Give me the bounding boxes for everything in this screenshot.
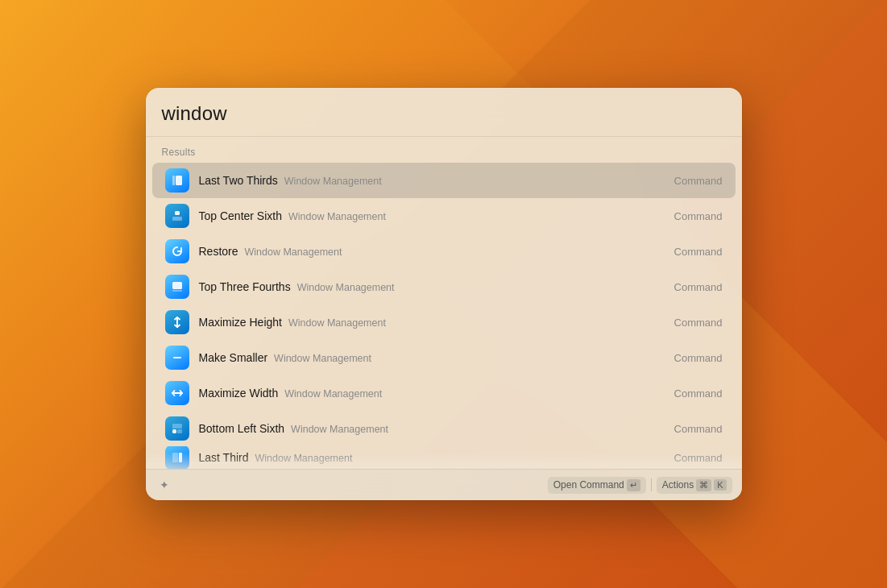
result-name: Maximize Height: [199, 316, 282, 329]
footer: ✦ Open Command ↵ Actions ⌘ K: [146, 469, 742, 500]
list-item[interactable]: Maximize Width Window Management Command: [152, 375, 736, 411]
result-category: Window Management: [245, 246, 342, 258]
result-icon-maximize-width: [165, 381, 189, 405]
svg-rect-5: [172, 290, 182, 292]
result-icon-restore: [165, 239, 189, 263]
result-category: Window Management: [288, 211, 386, 222]
results-label: Results: [146, 143, 742, 163]
result-category: Window Management: [291, 424, 388, 435]
actions-group[interactable]: Actions ⌘ K: [657, 477, 732, 494]
result-name: Maximize Width: [199, 387, 279, 400]
result-icon-top-center-sixth: [165, 204, 189, 228]
result-category: Window Management: [297, 282, 395, 293]
list-item[interactable]: Bottom Left Sixth Window Management Comm…: [152, 411, 736, 446]
result-icon-top-three-fourths: [165, 275, 189, 299]
svg-rect-3: [172, 217, 182, 221]
result-text: Maximize Width Window Management: [199, 387, 674, 400]
result-shortcut: Command: [674, 423, 723, 435]
result-name: Make Smaller: [199, 351, 268, 364]
result-category: Window Management: [255, 453, 353, 464]
result-name: Last Two Thirds: [199, 174, 278, 187]
result-shortcut: Command: [674, 452, 723, 464]
svg-rect-0: [176, 176, 182, 185]
svg-rect-6: [173, 357, 181, 358]
result-icon-last-two-thirds: [165, 168, 189, 193]
cmd-key: ⌘: [696, 479, 711, 491]
svg-rect-1: [172, 176, 175, 185]
svg-rect-9: [177, 429, 182, 433]
list-item[interactable]: Top Three Fourths Window Management Comm…: [152, 269, 736, 304]
k-key: K: [714, 479, 726, 491]
result-shortcut: Command: [674, 210, 723, 222]
enter-key: ↵: [627, 479, 640, 491]
result-icon-last-third: [165, 446, 189, 469]
list-item[interactable]: Maximize Height Window Management Comman…: [152, 304, 736, 340]
result-name: Last Third: [199, 451, 249, 464]
result-shortcut: Command: [674, 175, 723, 187]
results-list: Last Two Thirds Window Management Comman…: [146, 163, 742, 469]
result-shortcut: Command: [674, 387, 723, 400]
result-text: Make Smaller Window Management: [199, 351, 674, 364]
result-icon-make-smaller: [165, 346, 189, 370]
actions-label: Actions: [662, 479, 694, 491]
list-item[interactable]: Last Third Window Management Command: [152, 446, 736, 469]
result-name: Bottom Left Sixth: [199, 422, 285, 435]
result-icon-bottom-left-sixth: [165, 416, 189, 441]
list-item[interactable]: Restore Window Management Command: [152, 234, 736, 269]
svg-rect-11: [172, 453, 178, 462]
result-category: Window Management: [274, 353, 371, 364]
svg-rect-7: [172, 429, 176, 433]
search-bar[interactable]: window: [146, 88, 742, 137]
result-text: Maximize Height Window Management: [199, 316, 674, 329]
result-icon-maximize-height: [165, 310, 189, 334]
result-shortcut: Command: [674, 246, 723, 258]
result-category: Window Management: [288, 317, 386, 329]
svg-rect-2: [175, 211, 180, 215]
result-shortcut: Command: [674, 352, 723, 364]
result-text: Top Center Sixth Window Management: [199, 209, 674, 222]
list-item[interactable]: Top Center Sixth Window Management Comma…: [152, 198, 736, 234]
search-query[interactable]: window: [162, 102, 726, 125]
results-section: Results Last Two Thirds Window Managemen…: [146, 137, 742, 469]
open-command-label: Open Command: [553, 479, 624, 491]
result-text: Bottom Left Sixth Window Management: [199, 422, 674, 435]
spotlight-window: window Results Last Two Thirds Window Ma…: [146, 88, 742, 500]
result-category: Window Management: [284, 388, 382, 400]
svg-rect-10: [179, 453, 182, 462]
result-text: Restore Window Management: [199, 245, 674, 258]
svg-rect-4: [172, 282, 182, 289]
footer-separator: [651, 478, 652, 491]
result-name: Top Center Sixth: [199, 209, 283, 222]
result-category: Window Management: [284, 176, 382, 187]
result-text: Last Two Thirds Window Management: [199, 174, 674, 187]
result-name: Top Three Fourths: [199, 280, 291, 293]
result-name: Restore: [199, 245, 238, 258]
list-item[interactable]: Make Smaller Window Management Command: [152, 340, 736, 375]
result-shortcut: Command: [674, 281, 723, 293]
open-command-group[interactable]: Open Command ↵: [548, 477, 646, 494]
spotlight-icon: ✦: [155, 476, 173, 494]
svg-rect-8: [172, 424, 182, 429]
result-text: Top Three Fourths Window Management: [199, 280, 674, 293]
result-shortcut: Command: [674, 317, 723, 329]
result-text: Last Third Window Management: [199, 451, 674, 464]
list-item[interactable]: Last Two Thirds Window Management Comman…: [152, 163, 736, 198]
